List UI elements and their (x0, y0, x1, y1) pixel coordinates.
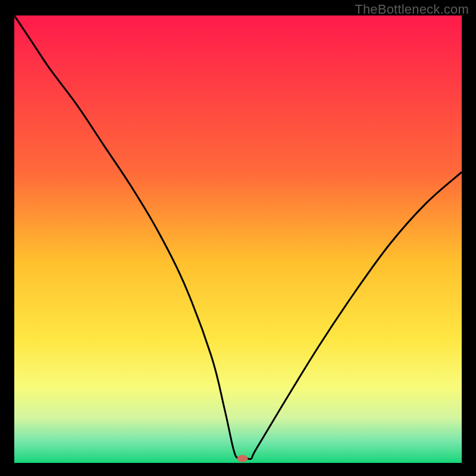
optimal-point-marker (237, 455, 248, 462)
plot-area (14, 15, 462, 463)
chart-svg (14, 15, 462, 463)
watermark-text: TheBottleneck.com (355, 2, 469, 17)
chart-frame: TheBottleneck.com (0, 0, 476, 476)
